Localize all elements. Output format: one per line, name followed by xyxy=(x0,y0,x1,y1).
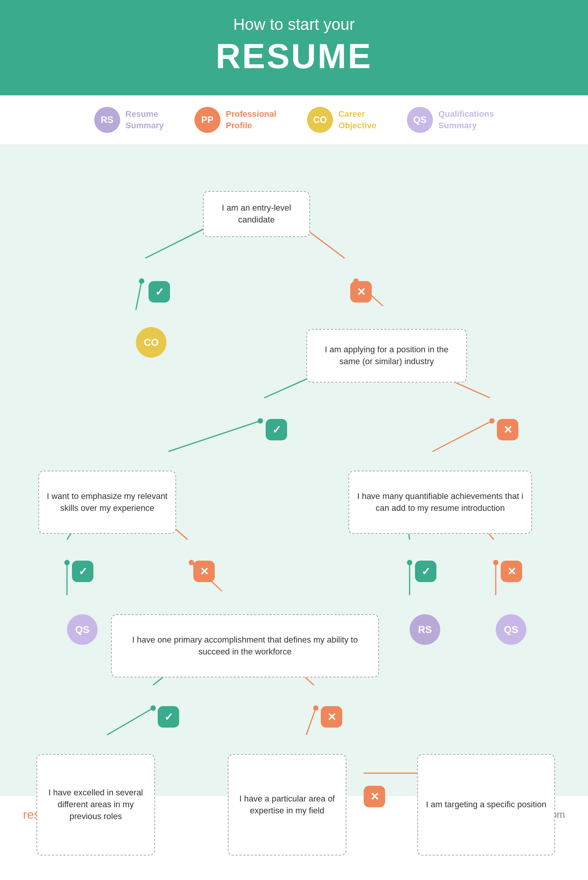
node-same-industry: I am applying for a position in the same… xyxy=(306,329,467,383)
node-targeting: I am targeting a specific position xyxy=(417,754,555,855)
legend-pp: PP ProfessionalProfile xyxy=(194,107,276,133)
badge-rs: RS xyxy=(94,107,120,133)
legend-co: CO CareerObjective xyxy=(307,107,376,133)
legend-rs: RS ResumeSummary xyxy=(94,107,164,133)
node-excelled: I have excelled in several different are… xyxy=(36,754,155,855)
legend-row: RS ResumeSummary PP ProfessionalProfile … xyxy=(0,95,588,145)
legend-co-label: CareerObjective xyxy=(338,108,376,131)
legend-rs-label: ResumeSummary xyxy=(126,108,164,131)
cross-btn-2[interactable]: ✕ xyxy=(497,419,518,440)
badge-qs: QS xyxy=(407,107,433,133)
header-subtitle: How to start your xyxy=(8,15,580,34)
flow-nodes: I am an entry-level candidate ✓ ✕ CO I a… xyxy=(15,168,573,819)
legend-qs: QS QualificationsSummary xyxy=(407,107,494,133)
header-title: RESUME xyxy=(8,37,580,76)
cross-btn-n7n8[interactable]: ✕ xyxy=(364,786,385,807)
check-btn-1[interactable]: ✓ xyxy=(149,281,170,303)
flowchart-area: I am an entry-level candidate ✓ ✕ CO I a… xyxy=(0,145,588,796)
result-rs-1: RS xyxy=(410,614,440,645)
node-expertise: I have a particular area of expertise in… xyxy=(228,754,346,855)
result-qs-1: QS xyxy=(67,614,98,645)
page-header: How to start your RESUME xyxy=(0,0,588,95)
badge-co: CO xyxy=(307,107,333,133)
cross-btn-4[interactable]: ✕ xyxy=(501,561,522,582)
check-btn-3[interactable]: ✓ xyxy=(72,561,93,582)
node-primary-accomplishment: I have one primary accomplishment that d… xyxy=(111,614,379,677)
cross-btn-5[interactable]: ✕ xyxy=(321,706,342,728)
cross-btn-1[interactable]: ✕ xyxy=(350,281,372,303)
check-btn-2[interactable]: ✓ xyxy=(266,419,287,440)
result-co-1: CO xyxy=(136,327,167,358)
node-emphasize-skills: I want to emphasize my relevant skills o… xyxy=(38,471,176,534)
legend-pp-label: ProfessionalProfile xyxy=(226,108,276,131)
check-btn-4[interactable]: ✓ xyxy=(415,561,436,582)
result-qs-2: QS xyxy=(496,614,526,645)
legend-qs-label: QualificationsSummary xyxy=(438,108,494,131)
badge-pp: PP xyxy=(194,107,220,133)
node-quantifiable: I have many quantifiable achievements th… xyxy=(348,471,532,534)
cross-btn-3[interactable]: ✕ xyxy=(193,561,215,582)
check-btn-5[interactable]: ✓ xyxy=(158,706,179,728)
node-entry-level: I am an entry-level candidate xyxy=(203,191,310,237)
